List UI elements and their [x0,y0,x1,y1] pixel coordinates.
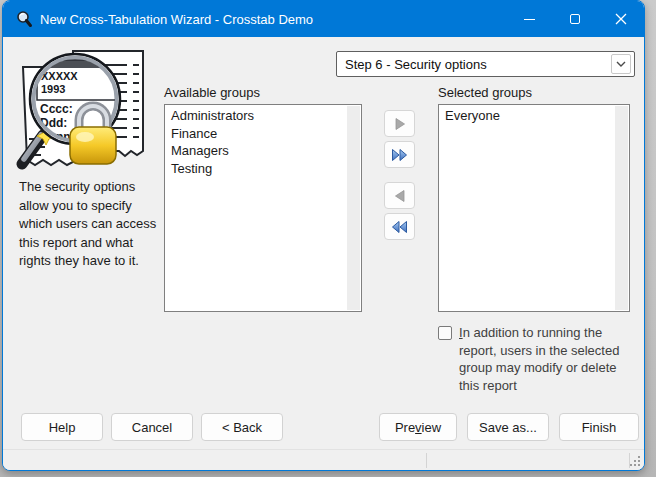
available-groups-label: Available groups [164,85,260,100]
title-bar[interactable]: New Cross-Tabulation Wizard - Crosstab D… [3,1,644,37]
finish-button[interactable]: Finish [559,413,639,441]
modify-rights-checkbox[interactable] [438,326,452,340]
resize-grip-icon[interactable] [630,456,640,466]
double-arrow-left-icon [391,220,408,234]
maximize-icon [570,14,580,24]
arrow-right-icon [393,117,407,131]
available-groups-items: AdministratorsFinanceManagersTesting [166,106,347,310]
save-as-button[interactable]: Save as... [467,413,549,441]
status-bar [3,449,644,470]
selected-groups-listbox[interactable]: Everyone [438,104,630,312]
modify-rights-label: In addition to running the report, users… [459,324,634,394]
scrollbar-track[interactable] [615,106,628,310]
modify-rights-checkbox-row: In addition to running the report, users… [438,324,634,394]
minimize-button[interactable] [506,1,552,37]
back-button[interactable]: < Back [201,413,283,441]
preview-button[interactable]: Preview [379,413,457,441]
selected-groups-label: Selected groups [438,85,532,100]
step-description: The security options allow you to specif… [19,178,159,271]
move-all-left-button[interactable] [384,213,415,240]
close-button[interactable] [598,1,644,37]
selected-groups-items: Everyone [440,106,615,310]
svg-text:Cccc:: Cccc: [40,102,73,116]
magnifier-app-icon [15,10,33,28]
step-selector-value: Step 6 - Security options [337,57,611,72]
security-illustration: XXXXX 1993 Cccc: Ddd: Nnnn [15,43,155,171]
double-arrow-right-icon [391,148,408,162]
step-selector[interactable]: Step 6 - Security options [336,51,635,77]
move-right-button[interactable] [384,110,415,137]
window-title: New Cross-Tabulation Wizard - Crosstab D… [40,12,313,27]
list-item[interactable]: Finance [166,125,347,143]
move-all-right-button[interactable] [384,141,415,168]
arrow-left-icon [393,189,407,203]
help-button[interactable]: Help [21,413,103,441]
status-separator [426,453,427,468]
list-item[interactable]: Everyone [440,107,615,125]
available-groups-listbox[interactable]: AdministratorsFinanceManagersTesting [164,104,362,312]
combo-dropdown-button[interactable] [611,54,631,74]
move-left-button[interactable] [384,182,415,209]
minimize-icon [524,19,535,20]
list-item[interactable]: Testing [166,160,347,178]
wizard-dialog: New Cross-Tabulation Wizard - Crosstab D… [2,0,645,471]
cancel-button[interactable]: Cancel [111,413,193,441]
svg-text:XXXXX: XXXXX [41,70,78,82]
list-item[interactable]: Administrators [166,107,347,125]
chevron-down-icon [616,61,626,67]
scrollbar-track[interactable] [347,106,360,310]
close-icon [615,13,627,25]
maximize-button[interactable] [552,1,598,37]
list-item[interactable]: Managers [166,142,347,160]
svg-text:1993: 1993 [41,83,65,95]
